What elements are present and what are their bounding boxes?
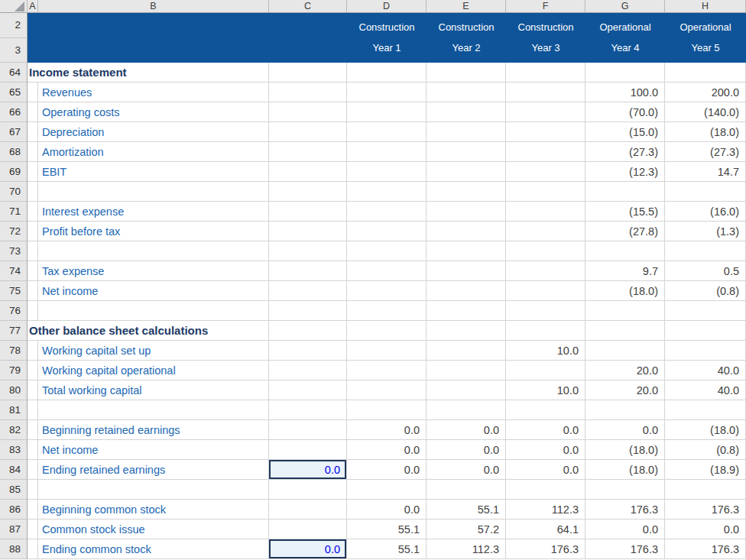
row-header-76[interactable]: 76	[0, 301, 28, 321]
cell-F88[interactable]: 176.3	[506, 539, 585, 559]
cell-H69[interactable]: 14.7	[665, 162, 746, 182]
cell-H81[interactable]	[665, 400, 746, 420]
cell-B75[interactable]: Net income	[38, 281, 269, 301]
cell-G74[interactable]: 9.7	[585, 261, 665, 281]
row-header-77[interactable]: 77	[0, 321, 28, 341]
cell-E83[interactable]: 0.0	[427, 440, 506, 460]
cell-G78[interactable]	[585, 341, 665, 361]
cell-G83[interactable]: (18.0)	[585, 440, 665, 460]
cell-A80[interactable]	[28, 380, 38, 400]
row-header-83[interactable]: 83	[0, 440, 28, 460]
cell-F85[interactable]	[506, 480, 585, 500]
band-spacer-cell[interactable]	[28, 13, 347, 63]
cell-A78[interactable]	[28, 341, 38, 361]
cell-D83[interactable]: 0.0	[347, 440, 427, 460]
cell-B88[interactable]: Ending common stock	[38, 539, 269, 559]
cell-G86[interactable]: 176.3	[585, 500, 665, 520]
cell-F77[interactable]	[506, 321, 585, 341]
cell-C87[interactable]	[269, 520, 347, 539]
cell-G85[interactable]	[585, 480, 665, 500]
cell-E65[interactable]	[427, 83, 506, 102]
band-col-year4[interactable]: Operational Year 4	[585, 13, 665, 63]
cell-E78[interactable]	[427, 341, 506, 361]
cell-H85[interactable]	[665, 480, 746, 500]
cell-A86[interactable]	[28, 500, 38, 520]
cell-B82[interactable]: Beginning retained earnings	[38, 420, 269, 440]
cell-G80[interactable]: 20.0	[585, 380, 665, 400]
cell-A74[interactable]	[28, 261, 38, 281]
cell-E74[interactable]	[427, 261, 506, 281]
cell-F73[interactable]	[506, 241, 585, 261]
cell-A65[interactable]	[28, 83, 38, 102]
cell-C67[interactable]	[269, 122, 347, 142]
cell-D87[interactable]: 55.1	[347, 520, 427, 539]
cell-B83[interactable]: Net income	[38, 440, 269, 460]
cell-F76[interactable]	[506, 301, 585, 321]
cell-E85[interactable]	[427, 480, 506, 500]
cell-B71[interactable]: Interest expense	[38, 202, 269, 222]
cell-H68[interactable]: (27.3)	[665, 142, 746, 162]
cell-D75[interactable]	[347, 281, 427, 301]
cell-A88[interactable]	[28, 539, 38, 559]
cell-H66[interactable]: (140.0)	[665, 102, 746, 122]
row-header-78[interactable]: 78	[0, 341, 28, 361]
cell-A72[interactable]	[28, 222, 38, 241]
cell-G66[interactable]: (70.0)	[585, 102, 665, 122]
cell-D67[interactable]	[347, 122, 427, 142]
cell-C76[interactable]	[269, 301, 347, 321]
cell-F80[interactable]: 10.0	[506, 380, 585, 400]
cell-G65[interactable]: 100.0	[585, 83, 665, 102]
cell-A82[interactable]	[28, 420, 38, 440]
cell-A75[interactable]	[28, 281, 38, 301]
cell-B67[interactable]: Depreciation	[38, 122, 269, 142]
cell-E80[interactable]	[427, 380, 506, 400]
cell-E77[interactable]	[427, 321, 506, 341]
cell-B76[interactable]	[38, 301, 269, 321]
select-all-corner[interactable]	[0, 0, 28, 13]
row-header-68[interactable]: 68	[0, 142, 28, 162]
cell-C74[interactable]	[269, 261, 347, 281]
row-header-73[interactable]: 73	[0, 241, 28, 261]
cell-D74[interactable]	[347, 261, 427, 281]
cell-A76[interactable]	[28, 301, 38, 321]
cell-B66[interactable]: Operating costs	[38, 102, 269, 122]
band-col-year5[interactable]: Operational Year 5	[665, 13, 746, 63]
cell-A79[interactable]	[28, 361, 38, 380]
column-header-E[interactable]: E	[427, 0, 506, 13]
cell-G67[interactable]: (15.0)	[585, 122, 665, 142]
cell-C85[interactable]	[269, 480, 347, 500]
row-header-71[interactable]: 71	[0, 202, 28, 222]
row-header-86[interactable]: 86	[0, 500, 28, 520]
cell-C82[interactable]	[269, 420, 347, 440]
cell-F82[interactable]: 0.0	[506, 420, 585, 440]
cell-E72[interactable]	[427, 222, 506, 241]
cell-B65[interactable]: Revenues	[38, 83, 269, 102]
cell-D88[interactable]: 55.1	[347, 539, 427, 559]
cell-G75[interactable]: (18.0)	[585, 281, 665, 301]
cell-E86[interactable]: 55.1	[427, 500, 506, 520]
cell-H76[interactable]	[665, 301, 746, 321]
cell-G73[interactable]	[585, 241, 665, 261]
cell-C73[interactable]	[269, 241, 347, 261]
cell-D72[interactable]	[347, 222, 427, 241]
cell-B69[interactable]: EBIT	[38, 162, 269, 182]
cell-F72[interactable]	[506, 222, 585, 241]
cell-C83[interactable]	[269, 440, 347, 460]
cell-F86[interactable]: 112.3	[506, 500, 585, 520]
cell-F71[interactable]	[506, 202, 585, 222]
row-header-75[interactable]: 75	[0, 281, 28, 301]
cell-A83[interactable]	[28, 440, 38, 460]
cell-A67[interactable]	[28, 122, 38, 142]
cell-E81[interactable]	[427, 400, 506, 420]
row-header-70[interactable]: 70	[0, 182, 28, 202]
cell-F70[interactable]	[506, 182, 585, 202]
cell-D79[interactable]	[347, 361, 427, 380]
section-heading-cell-64[interactable]: Income statement	[28, 63, 269, 83]
cell-D77[interactable]	[347, 321, 427, 341]
cell-E67[interactable]	[427, 122, 506, 142]
cell-H75[interactable]: (0.8)	[665, 281, 746, 301]
cell-E70[interactable]	[427, 182, 506, 202]
cell-F66[interactable]	[506, 102, 585, 122]
cell-D86[interactable]: 0.0	[347, 500, 427, 520]
cell-D70[interactable]	[347, 182, 427, 202]
